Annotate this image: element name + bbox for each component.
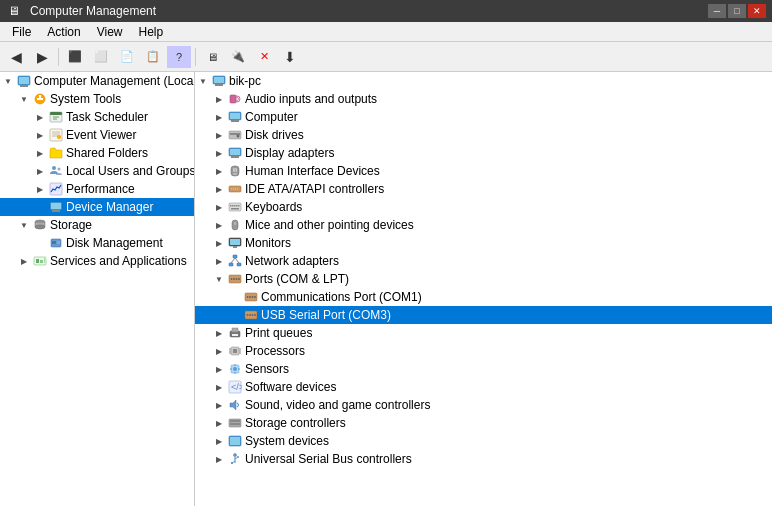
tree-item-system-tools[interactable]: ▼ System Tools [0,90,194,108]
remove-button[interactable]: ✕ [252,46,276,68]
tree-item-performance[interactable]: ▶ Performance [0,180,194,198]
device-manager-label: Device Manager [66,198,153,216]
expand-root[interactable]: ▼ [0,73,16,89]
tree-item-local-users[interactable]: ▶ Local Users and Groups [0,162,194,180]
right-tree-system-dev[interactable]: ▶ System devices [195,432,772,450]
right-tree-sound[interactable]: ▶ Sound, video and game controllers [195,396,772,414]
svg-rect-2 [19,77,29,84]
expand-display[interactable]: ▶ [211,145,227,161]
right-tree-disk-drives[interactable]: ▶ Disk drives [195,126,772,144]
computer-label: Computer [245,108,298,126]
expand-performance[interactable]: ▶ [32,181,48,197]
expand-storage[interactable]: ▼ [16,217,32,233]
svg-rect-55 [232,205,234,207]
toolbar-btn-3[interactable]: 📄 [115,46,139,68]
close-button[interactable]: ✕ [748,4,766,18]
right-tree-software[interactable]: ▶ </> Software devices [195,378,772,396]
right-tree-com1[interactable]: Communications Port (COM1) [195,288,772,306]
expand-system-dev[interactable]: ▶ [211,433,227,449]
svg-line-69 [231,258,235,263]
right-tree-ports[interactable]: ▼ Ports (COM & LPT) [195,270,772,288]
expand-mice[interactable]: ▶ [211,217,227,233]
svg-rect-66 [233,255,237,258]
tree-item-services[interactable]: ▶ Services and Applications [0,252,194,270]
menu-help[interactable]: Help [131,23,172,41]
expand-processors[interactable]: ▶ [211,343,227,359]
right-tree-com3[interactable]: USB Serial Port (COM3) [195,306,772,324]
right-tree-keyboards[interactable]: ▶ Keyboards [195,198,772,216]
right-tree-usb[interactable]: ▶ Universal Serial Bus controllers [195,450,772,468]
back-button[interactable]: ◀ [4,46,28,68]
expand-system-tools[interactable]: ▼ [16,91,32,107]
expand-print[interactable]: ▶ [211,325,227,341]
right-tree-storage-ctrl[interactable]: ▶ Storage controllers [195,414,772,432]
right-tree-sensors[interactable]: ▶ Sensors [195,360,772,378]
expand-services[interactable]: ▶ [16,253,32,269]
tree-item-device-manager[interactable]: Device Manager [0,198,194,216]
expand-storage-ctrl[interactable]: ▶ [211,415,227,431]
expand-monitors[interactable]: ▶ [211,235,227,251]
help-button[interactable]: ? [167,46,191,68]
right-tree-print[interactable]: ▶ Print queues [195,324,772,342]
expand-sensors[interactable]: ▶ [211,361,227,377]
expand-software[interactable]: ▶ [211,379,227,395]
print-label: Print queues [245,324,312,342]
toolbar-btn-2[interactable]: ⬜ [89,46,113,68]
tree-item-storage[interactable]: ▼ Storage [0,216,194,234]
connect-button[interactable]: 🔌 [226,46,250,68]
show-hide-action-pane-button[interactable]: ⬛ [63,46,87,68]
expand-computer[interactable]: ▶ [211,109,227,125]
window-title: Computer Management [30,4,702,18]
expand-network[interactable]: ▶ [211,253,227,269]
svg-rect-50 [233,173,237,175]
expand-hid[interactable]: ▶ [211,163,227,179]
expand-ports[interactable]: ▼ [211,271,227,287]
computer-button[interactable]: 🖥 [200,46,224,68]
svg-rect-58 [238,205,240,207]
right-tree-display[interactable]: ▶ Display adapters [195,144,772,162]
tree-item-shared-folders[interactable]: ▶ Shared Folders [0,144,194,162]
menu-action[interactable]: Action [39,23,88,41]
title-bar-buttons[interactable]: ─ □ ✕ [708,4,766,18]
toolbar: ◀ ▶ ⬛ ⬜ 📄 📋 ? 🖥 🔌 ✕ ⬇ [0,42,772,72]
right-tree-root[interactable]: ▼ bik-pc [195,72,772,90]
system-tools-label: System Tools [50,90,121,108]
toolbar-btn-4[interactable]: 📋 [141,46,165,68]
tree-item-task-scheduler[interactable]: ▶ Task Scheduler [0,108,194,126]
right-tree-audio[interactable]: ▶ Audio inputs and outputs [195,90,772,108]
expand-task-scheduler[interactable]: ▶ [32,109,48,125]
network-label: Network adapters [245,252,339,270]
display-label: Display adapters [245,144,334,162]
right-tree-hid[interactable]: ▶ Human Interface Devices [195,162,772,180]
hid-label: Human Interface Devices [245,162,380,180]
expand-usb[interactable]: ▶ [211,451,227,467]
expand-event-viewer[interactable]: ▶ [32,127,48,143]
right-tree-processors[interactable]: ▶ Processors [195,342,772,360]
svg-rect-31 [44,258,45,263]
tree-item-disk-management[interactable]: Disk Management [0,234,194,252]
refresh-button[interactable]: ⬇ [278,46,302,68]
right-tree-ide[interactable]: ▶ IDE ATA/ATAPI controllers [195,180,772,198]
expand-shared-folders[interactable]: ▶ [32,145,48,161]
svg-rect-56 [234,205,236,207]
right-tree-computer[interactable]: ▶ Computer [195,108,772,126]
right-tree-monitors[interactable]: ▶ Monitors [195,234,772,252]
tree-item-root[interactable]: ▼ Computer Management (Local [0,72,194,90]
menu-view[interactable]: View [89,23,131,41]
expand-keyboards[interactable]: ▶ [211,199,227,215]
expand-ide[interactable]: ▶ [211,181,227,197]
system-tools-icon [32,91,48,107]
tree-item-event-viewer[interactable]: ▶ ! Event Viewer [0,126,194,144]
expand-right-root[interactable]: ▼ [195,73,211,89]
minimize-button[interactable]: ─ [708,4,726,18]
right-tree-mice[interactable]: ▶ Mice and other pointing devices [195,216,772,234]
maximize-button[interactable]: □ [728,4,746,18]
expand-disk-drives[interactable]: ▶ [211,127,227,143]
forward-button[interactable]: ▶ [30,46,54,68]
expand-sound[interactable]: ▶ [211,397,227,413]
expand-local-users[interactable]: ▶ [32,163,48,179]
expand-audio[interactable]: ▶ [211,91,227,107]
right-tree-network[interactable]: ▶ Network adapters [195,252,772,270]
sensors-icon [227,361,243,377]
menu-file[interactable]: File [4,23,39,41]
